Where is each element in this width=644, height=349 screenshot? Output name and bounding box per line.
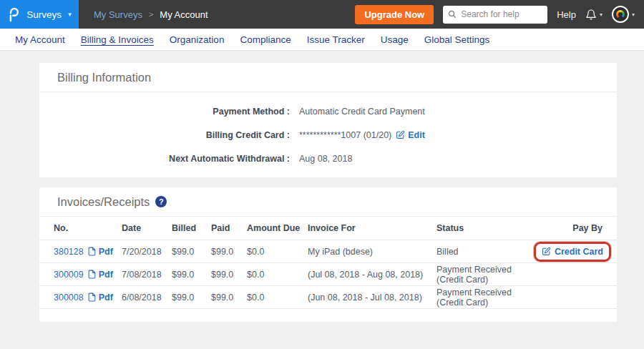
invoice-status: Payment Received (Credit Card) <box>436 287 540 308</box>
invoice-status: Billed <box>436 247 524 257</box>
billing-card-title: Billing Information <box>57 71 151 84</box>
pay-by-credit-card-link[interactable]: Credit Card <box>542 247 603 257</box>
invoice-date: 7/08/2018 <box>122 270 172 280</box>
breadcrumb: My Surveys > My Account <box>94 9 208 20</box>
tab-billing-invoices[interactable]: Billing & Invoices <box>73 29 162 50</box>
upgrade-now-button[interactable]: Upgrade Now <box>355 5 434 24</box>
invoice-no-cell: 380128 Pdf <box>54 247 122 257</box>
invoice-no-cell: 300008 Pdf <box>54 293 122 303</box>
invoice-pay-by-cell: Credit Card <box>524 246 602 257</box>
invoice-amount-due: $0.0 <box>247 293 308 303</box>
payment-method-row: Payment Method : Automatic Credit Card P… <box>39 99 617 123</box>
edit-link-label: Edit <box>408 130 425 140</box>
invoice-no-cell: 300009 Pdf <box>54 270 122 280</box>
column-date: Date <box>122 223 172 233</box>
next-withdrawal-value: Aug 08, 2018 <box>299 154 352 164</box>
notifications-button[interactable]: ▾ <box>585 8 602 21</box>
column-status: Status <box>436 223 524 233</box>
breadcrumb-my-surveys[interactable]: My Surveys <box>94 9 142 20</box>
chevron-down-icon: ▾ <box>632 11 635 18</box>
pdf-file-icon <box>88 270 96 279</box>
invoice-table-header: No. Date Billed Paid Amount Due Invoice … <box>39 217 617 240</box>
questionpro-logo-icon <box>7 6 20 22</box>
breadcrumb-my-account: My Account <box>160 9 208 20</box>
pdf-link-label: Pdf <box>99 270 113 280</box>
pay-by-link-label: Credit Card <box>555 247 603 257</box>
payment-method-label: Payment Method : <box>39 107 290 117</box>
chevron-down-icon: ▾ <box>68 11 72 18</box>
pdf-link-label: Pdf <box>99 293 113 303</box>
invoices-card-title: Invoices/Receipts <box>57 195 150 209</box>
billing-credit-card-value: ************1007 (01/20) Edit <box>299 130 425 140</box>
tab-organization[interactable]: Organization <box>162 29 233 50</box>
tab-my-account[interactable]: My Account <box>7 29 73 50</box>
column-pay-by: Pay By <box>524 223 602 233</box>
column-no: No. <box>54 223 122 233</box>
column-invoice-for: Invoice For <box>308 223 436 233</box>
invoice-number-link[interactable]: 300008 <box>54 293 84 303</box>
help-circle-icon[interactable]: ? <box>155 196 167 207</box>
search-icon <box>448 10 457 19</box>
breadcrumb-separator-icon: > <box>149 10 153 19</box>
app-menu-label: Surveys <box>26 9 62 20</box>
invoice-row: 380128 Pdf 7/20/2018 $99.0 $99.0 $0.0 My… <box>39 240 617 263</box>
tab-issue-tracker[interactable]: Issue Tracker <box>299 29 373 50</box>
invoice-billed: $99.0 <box>172 270 211 280</box>
invoice-for: (Jun 08, 2018 - Jul 08, 2018) <box>308 293 436 303</box>
billing-credit-card-label: Billing Credit Card : <box>39 130 290 140</box>
column-paid: Paid <box>211 223 247 233</box>
avatar <box>612 6 629 23</box>
invoice-paid: $99.0 <box>211 293 247 303</box>
chevron-down-icon: ▾ <box>600 11 602 18</box>
next-withdrawal-label: Next Automatic Withdrawal : <box>39 154 290 164</box>
next-withdrawal-row: Next Automatic Withdrawal : Aug 08, 2018 <box>39 147 617 170</box>
tab-usage[interactable]: Usage <box>373 29 416 50</box>
pdf-link[interactable]: Pdf <box>88 247 113 257</box>
invoice-number-link[interactable]: 380128 <box>54 247 84 257</box>
account-menu-button[interactable]: ▾ <box>612 6 635 23</box>
billing-credit-card-row: Billing Credit Card : ************1007 (… <box>39 123 617 147</box>
masked-card-number: ************1007 (01/20) <box>299 130 391 140</box>
invoice-paid: $99.0 <box>211 247 247 257</box>
invoice-billed: $99.0 <box>172 247 211 257</box>
help-search-input[interactable] <box>461 9 542 19</box>
invoice-row: 300009 Pdf 7/08/2018 $99.0 $99.0 $0.0 (J… <box>39 263 617 286</box>
invoice-billed: $99.0 <box>172 293 211 303</box>
invoice-for: (Jul 08, 2018 - Aug 08, 2018) <box>308 270 436 280</box>
bell-icon <box>585 8 597 21</box>
pdf-link-label: Pdf <box>99 247 113 257</box>
invoice-date: 6/08/2018 <box>122 293 172 303</box>
payment-method-value: Automatic Credit Card Payment <box>299 107 425 117</box>
billing-information-card: Billing Information Payment Method : Aut… <box>39 63 617 177</box>
invoice-date: 7/20/2018 <box>122 247 172 257</box>
account-nav-tabs: My Account Billing & Invoices Organizati… <box>0 29 644 51</box>
column-amount-due: Amount Due <box>247 223 308 233</box>
pdf-file-icon <box>88 247 96 256</box>
invoice-paid: $99.0 <box>211 270 247 280</box>
tab-compliance[interactable]: Compliance <box>232 29 298 50</box>
tab-global-settings[interactable]: Global Settings <box>416 29 498 50</box>
pdf-link[interactable]: Pdf <box>88 270 113 280</box>
pdf-link[interactable]: Pdf <box>88 293 113 303</box>
top-bar: Surveys ▾ My Surveys > My Account Upgrad… <box>0 0 644 29</box>
help-link[interactable]: Help <box>557 9 576 20</box>
invoices-card-header: Invoices/Receipts ? <box>39 187 617 217</box>
column-billed: Billed <box>172 223 211 233</box>
edit-pencil-icon <box>542 247 551 256</box>
edit-pencil-icon <box>396 130 405 139</box>
invoice-amount-due: $0.0 <box>247 247 308 257</box>
invoices-receipts-card: Invoices/Receipts ? No. Date Billed Paid… <box>39 187 617 322</box>
invoice-for: My iPad (bdese) <box>308 247 436 257</box>
annotation-highlight: Credit Card <box>534 242 611 262</box>
topbar-right-cluster: Upgrade Now Help ▾ ▾ <box>355 5 644 24</box>
invoice-status: Payment Received (Credit Card) <box>436 265 540 285</box>
invoice-row: 300008 Pdf 6/08/2018 $99.0 $99.0 $0.0 (J… <box>39 286 617 309</box>
gauge-icon <box>616 10 625 19</box>
app-menu-surveys[interactable]: Surveys ▾ <box>0 0 79 29</box>
help-search-box[interactable] <box>443 6 547 24</box>
edit-credit-card-link[interactable]: Edit <box>396 130 425 140</box>
invoice-number-link[interactable]: 300009 <box>54 270 84 280</box>
invoice-amount-due: $0.0 <box>247 270 308 280</box>
pdf-file-icon <box>88 293 96 302</box>
billing-fields: Payment Method : Automatic Credit Card P… <box>39 92 617 170</box>
